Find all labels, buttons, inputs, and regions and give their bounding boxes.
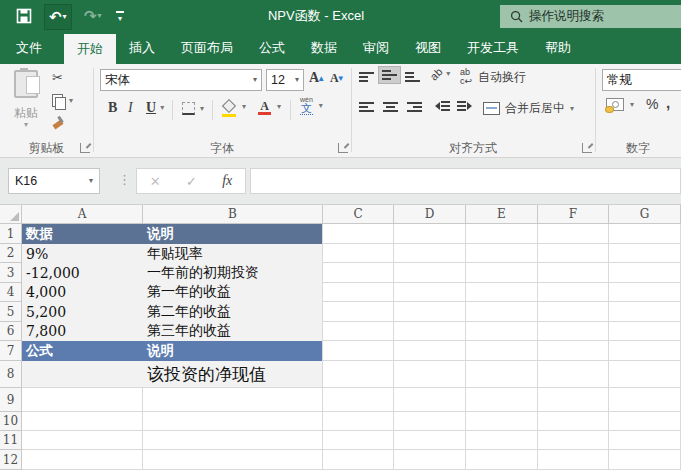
cell-F6[interactable]	[538, 322, 609, 341]
cancel-button[interactable]: ✕	[150, 174, 161, 189]
paste-button[interactable]: 粘贴 ▾	[6, 70, 46, 128]
tab-审阅[interactable]: 审阅	[350, 32, 402, 64]
cell-C11[interactable]	[323, 431, 394, 450]
cell-G2[interactable]	[609, 244, 681, 263]
table-header-band[interactable]: 数据 说明	[22, 224, 322, 244]
row-header-1[interactable]: 1	[0, 224, 22, 244]
cell-B11[interactable]	[143, 431, 323, 450]
cell-E8[interactable]	[466, 361, 538, 388]
cell-D12[interactable]	[394, 450, 466, 470]
cell-A11[interactable]	[22, 431, 143, 450]
cell-C2[interactable]	[323, 244, 394, 263]
cell-C7[interactable]	[323, 341, 394, 361]
cell-A12[interactable]	[22, 450, 143, 470]
cell-G6[interactable]	[609, 322, 681, 341]
cell-F1[interactable]	[538, 224, 609, 244]
accounting-format-button[interactable]: ▾	[606, 98, 634, 111]
cell-E2[interactable]	[466, 244, 538, 263]
increase-font-size-button[interactable]: A▲	[309, 70, 325, 86]
percent-style-button[interactable]: %	[646, 96, 658, 112]
enter-button[interactable]: ✓	[186, 174, 197, 189]
formula-result-block[interactable]: 该投资的净现值	[22, 361, 322, 387]
select-all-button[interactable]	[0, 205, 22, 224]
cell-C4[interactable]	[323, 283, 394, 302]
bold-button[interactable]: B	[108, 100, 117, 116]
bottom-align-button[interactable]	[405, 72, 420, 82]
cell-F12[interactable]	[538, 450, 609, 470]
cell-C5[interactable]	[323, 302, 394, 322]
cell-A10[interactable]	[22, 412, 143, 431]
cell-D6[interactable]	[394, 322, 466, 341]
number-format-combo[interactable]: 常规	[602, 69, 681, 91]
wrap-text-button[interactable]: abc↩ 自动换行	[460, 68, 526, 86]
cell-E7[interactable]	[466, 341, 538, 361]
cell-G8[interactable]	[609, 361, 681, 388]
column-header-A[interactable]: A	[22, 205, 143, 224]
tab-插入[interactable]: 插入	[116, 32, 168, 64]
formula-input[interactable]	[250, 168, 681, 194]
decrease-font-size-button[interactable]: A▼	[330, 71, 345, 86]
cell-G11[interactable]	[609, 431, 681, 450]
comma-style-button[interactable]: ,	[666, 94, 670, 111]
row-header-2[interactable]: 2	[0, 244, 22, 263]
cell-E1[interactable]	[466, 224, 538, 244]
cell-D9[interactable]	[394, 388, 466, 412]
tab-页面布局[interactable]: 页面布局	[168, 32, 246, 64]
italic-button[interactable]: I	[128, 100, 133, 116]
cell-E9[interactable]	[466, 388, 538, 412]
cell-G3[interactable]	[609, 263, 681, 283]
orientation-button[interactable]: ab ▾	[430, 68, 450, 80]
cell-D8[interactable]	[394, 361, 466, 388]
cell-D1[interactable]	[394, 224, 466, 244]
tell-me-search[interactable]: 操作说明搜索	[500, 5, 681, 28]
column-header-F[interactable]: F	[538, 205, 609, 224]
align-left-button[interactable]	[359, 102, 374, 112]
row-header-9[interactable]: 9	[0, 388, 22, 412]
tab-公式[interactable]: 公式	[246, 32, 298, 64]
cell-G9[interactable]	[609, 388, 681, 412]
cell-D4[interactable]	[394, 283, 466, 302]
merge-center-button[interactable]: 合并后居中 ▾	[483, 100, 574, 117]
cut-button[interactable]: ✂	[52, 70, 63, 85]
cell-F10[interactable]	[538, 412, 609, 431]
cell-C6[interactable]	[323, 322, 394, 341]
row-header-8[interactable]: 8	[0, 361, 22, 388]
cell-D3[interactable]	[394, 263, 466, 283]
cell-F7[interactable]	[538, 341, 609, 361]
tab-开始[interactable]: 开始	[64, 34, 116, 64]
cell-F3[interactable]	[538, 263, 609, 283]
font-name-combo[interactable]: 宋体 ▾	[100, 69, 262, 91]
tab-视图[interactable]: 视图	[402, 32, 454, 64]
borders-button[interactable]: ▾	[182, 102, 204, 115]
cell-E12[interactable]	[466, 450, 538, 470]
decrease-indent-button[interactable]	[431, 101, 450, 111]
undo-button[interactable]: ↶ ▾	[44, 4, 72, 30]
tab-帮助[interactable]: 帮助	[532, 32, 584, 64]
column-header-G[interactable]: G	[609, 205, 681, 224]
cell-D7[interactable]	[394, 341, 466, 361]
row-header-3[interactable]: 3	[0, 263, 22, 283]
tab-文件[interactable]: 文件	[0, 32, 58, 64]
tab-数据[interactable]: 数据	[298, 32, 350, 64]
cell-B12[interactable]	[143, 450, 323, 470]
cell-E3[interactable]	[466, 263, 538, 283]
row-header-6[interactable]: 6	[0, 322, 22, 341]
increase-indent-button[interactable]	[457, 101, 476, 111]
cell-C8[interactable]	[323, 361, 394, 388]
redo-button[interactable]: ↷ ▾	[80, 4, 106, 28]
font-dialog-launcher[interactable]	[338, 143, 348, 153]
cell-E6[interactable]	[466, 322, 538, 341]
format-painter-button[interactable]	[52, 116, 64, 128]
cell-E4[interactable]	[466, 283, 538, 302]
row-header-11[interactable]: 11	[0, 431, 22, 450]
cell-F4[interactable]	[538, 283, 609, 302]
cell-F8[interactable]	[538, 361, 609, 388]
table-data-block[interactable]: 9% 年贴现率-12,000 一年前的初期投资4,000 第一年的收益5,200…	[22, 244, 322, 341]
cell-C10[interactable]	[323, 412, 394, 431]
cell-F9[interactable]	[538, 388, 609, 412]
insert-function-button[interactable]: fx	[222, 173, 232, 189]
cell-A9[interactable]	[22, 388, 143, 412]
formula-header-band[interactable]: 公式 说明	[22, 341, 322, 361]
row-header-7[interactable]: 7	[0, 341, 22, 361]
cell-C3[interactable]	[323, 263, 394, 283]
